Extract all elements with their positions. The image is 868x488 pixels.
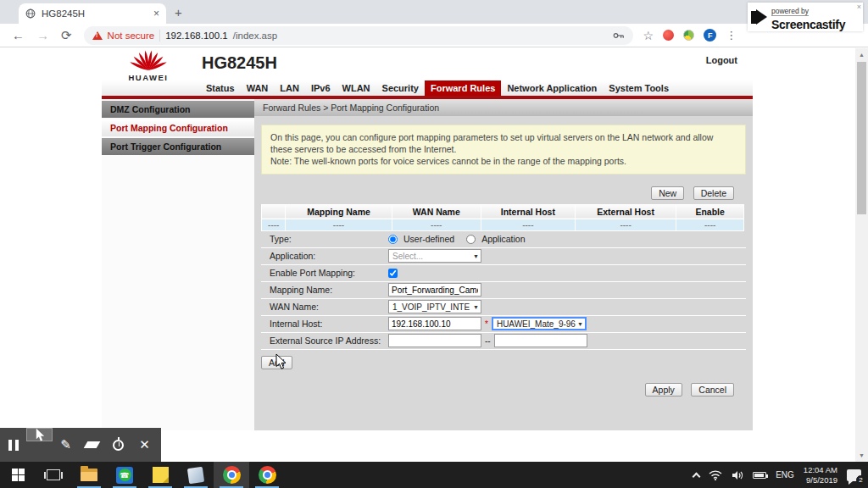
new-tab-button[interactable]: + [175,5,182,19]
router-nav: Status WAN LAN IPv6 WLAN Security Forwar… [102,80,753,96]
cursor-tool-button[interactable] [26,428,53,441]
speaker-icon[interactable] [732,470,743,480]
url-host[interactable]: 192.168.100.1 [165,30,228,41]
chrome-menu-icon[interactable]: ⋮ [726,29,737,42]
paint3d-button[interactable] [178,462,214,488]
header-internal-host: Internal Host [481,204,575,219]
language-indicator[interactable]: ENG [776,470,794,480]
external-ip-start-input[interactable] [388,334,481,347]
nav-tab-security[interactable]: Security [376,80,425,96]
notification-center-icon[interactable]: 2 [847,469,861,481]
new-button[interactable]: New [651,186,684,200]
sidebar-item-port-mapping-configuration[interactable]: Port Mapping Configuration [102,119,254,136]
table-actions: New Delete [261,185,734,200]
nav-tab-wlan[interactable]: WLAN [337,80,376,96]
internal-host-device-select[interactable]: HUAWEI_Mate_9-96 ▼ [492,317,587,330]
chrome-icon [223,466,241,484]
enable-port-mapping-checkbox[interactable] [388,269,398,278]
form-row-wan-name: WAN Name: 1_VOIP_IPTV_INTE ▼ [261,299,746,316]
url-path[interactable]: /index.asp [233,30,277,41]
bookmark-star-icon[interactable]: ☆ [643,29,654,42]
header-mapping-name: Mapping Name [286,204,392,219]
sidebar-item-port-trigger-configuration[interactable]: Port Trigger Configuration [102,138,254,155]
application-select[interactable]: Select... ▼ [388,249,481,263]
internal-host-input[interactable] [388,317,481,330]
reload-icon[interactable]: ⟳ [61,28,72,43]
whatsapp-icon: ☎ [116,467,133,484]
sidebar-item-dmz-configuration[interactable]: DMZ Configuration [102,101,254,118]
tab-close-icon[interactable]: × [153,8,159,19]
not-secure-label[interactable]: Not secure [108,30,155,41]
tray-expand-icon[interactable] [693,472,701,480]
mouse-cursor [275,353,287,370]
scrollbar-thumb[interactable] [857,62,866,214]
info-note: On this page, you can configure port map… [261,125,746,175]
pen-tool-button[interactable]: ✎ [53,428,79,462]
clock[interactable]: 12:04 AM 9/5/2019 [804,465,837,485]
forward-icon[interactable]: → [36,28,49,42]
globe-favicon-icon [25,8,36,19]
back-icon[interactable]: ← [12,28,25,42]
nav-tab-wan[interactable]: WAN [241,80,275,96]
cursor-tool-icon [35,428,46,442]
breadcrumb: Forward Rules > Port Mapping Configurati… [254,99,753,116]
huawei-flower-icon [125,49,171,71]
timer-button[interactable] [105,428,131,462]
browser-toolbar: ← → ⟳ Not secure 192.168.100.1/index.asp… [0,24,868,47]
screencastify-close-icon[interactable]: × [857,3,861,11]
header-external-host: External Host [575,204,676,219]
chrome-secondary-button[interactable] [249,462,285,488]
delete-button[interactable]: Delete [693,186,734,200]
toolbar-icons: ☆ F ⋮ [643,29,746,42]
pause-button[interactable] [0,428,26,462]
stopwatch-icon [113,440,124,451]
port-mapping-panel: On this page, you can configure port map… [254,116,753,430]
sticky-notes-button[interactable] [142,462,178,488]
nav-tab-forward-rules[interactable]: Forward Rules [425,80,501,96]
scrollbar-down-icon[interactable]: ▼ [855,449,868,462]
mapping-name-input[interactable] [388,283,481,297]
apply-button[interactable]: Apply [645,383,682,396]
extension-green-icon[interactable] [683,30,694,41]
page-scrollbar[interactable]: ▲ ▼ [855,48,868,462]
sidebar: DMZ Configuration Port Mapping Configura… [102,99,254,430]
chrome-active-button[interactable] [214,462,249,488]
cell-mapping-name: ---- [286,219,392,230]
eraser-tool-button[interactable] [79,428,105,462]
cancel-button[interactable]: Cancel [691,383,734,396]
start-button[interactable] [0,462,36,488]
nav-tab-system-tools[interactable]: System Tools [603,80,675,96]
nav-tab-lan[interactable]: LAN [274,80,305,96]
wifi-icon[interactable] [709,470,722,480]
nav-tab-ipv6[interactable]: IPv6 [305,80,337,96]
type-application-radio[interactable] [466,235,476,244]
internal-host-label: Internal Host: [261,319,388,329]
close-toolbar-button[interactable]: ✕ [131,428,158,462]
form-actions: Apply Cancel [261,381,734,396]
scrollbar-up-icon[interactable]: ▲ [855,48,868,61]
paint3d-icon [187,466,204,483]
pencil-icon: ✎ [60,437,71,452]
nav-tab-status[interactable]: Status [200,80,241,96]
browser-tab[interactable]: HG8245H × [19,3,166,24]
type-user-defined-radio[interactable] [388,235,398,244]
extension-red-icon[interactable] [663,30,674,41]
task-view-button[interactable] [36,462,71,488]
address-bar[interactable]: Not secure 192.168.100.1/index.asp [84,26,633,45]
whatsapp-button[interactable]: ☎ [107,462,142,488]
battery-icon[interactable] [753,472,766,479]
extension-f-icon[interactable]: F [704,29,716,42]
form-row-internal-host: Internal Host: * HUAWEI_Mate_9-96 ▼ [261,316,746,333]
nav-tab-network-application[interactable]: Network Application [501,80,603,96]
external-ip-end-input[interactable] [494,334,587,347]
screencastify-text: powered by Screencastify [771,2,845,32]
router-body: DMZ Configuration Port Mapping Configura… [102,99,753,430]
table-row[interactable]: ---- ---- ---- ---- ---- ---- [262,219,744,230]
windows-taskbar: ☎ [0,462,868,488]
key-icon[interactable] [613,30,625,41]
required-asterisk: * [485,319,488,329]
logout-link[interactable]: Logout [706,55,737,65]
file-explorer-button[interactable] [71,462,107,488]
type-label: Type: [261,234,388,244]
wan-name-select[interactable]: 1_VOIP_IPTV_INTE ▼ [388,300,481,313]
